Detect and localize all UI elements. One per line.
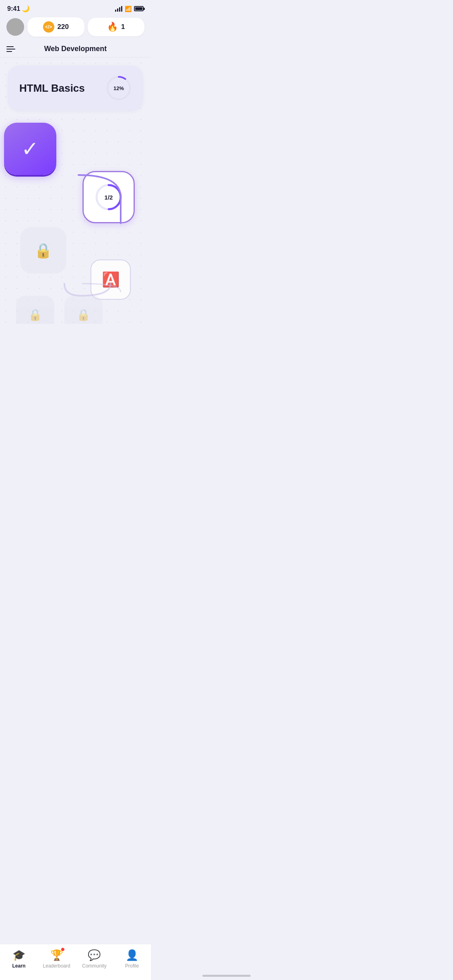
lesson-node-locked-2: 🔒 (16, 296, 54, 324)
module-progress-label: 12% (113, 85, 124, 91)
xp-value: 220 (58, 23, 69, 31)
course-title: Web Development (20, 45, 131, 53)
avatar[interactable] (6, 18, 24, 36)
battery-icon (134, 6, 144, 11)
lesson-node-completed[interactable]: ✓ (28, 123, 56, 175)
lock-icon-3: 🔒 (76, 308, 91, 321)
menu-button[interactable] (6, 46, 15, 52)
module-progress-circle: 12% (106, 75, 132, 101)
checkmark-icon: ✓ (21, 137, 39, 161)
lesson-node-locked-3: 🔒 (64, 296, 103, 324)
lock-icon-1: 🔒 (34, 242, 52, 259)
module-card[interactable]: HTML Basics 12% (8, 66, 143, 111)
module-title: HTML Basics (19, 82, 85, 95)
xp-pill: </> 220 (27, 17, 84, 37)
header-stats: </> 220 🔥 1 (0, 15, 151, 41)
wifi-icon: 📶 (125, 6, 132, 12)
status-time: 9:41 🌙 (7, 5, 30, 12)
lesson-node-locked-1: 🔒 (36, 231, 66, 274)
streak-pill: 🔥 1 (88, 18, 145, 36)
fire-icon: 🔥 (107, 22, 118, 32)
main-content: HTML Basics 12% ✓ (0, 58, 151, 324)
xp-icon: </> (43, 21, 54, 33)
status-bar: 9:41 🌙 📶 (0, 0, 151, 15)
status-icons: 📶 (115, 6, 144, 12)
streak-value: 1 (121, 23, 125, 31)
course-header: Web Development (0, 41, 151, 58)
lesson-node-vocab: 🅰️ (66, 268, 131, 300)
vocab-icon: 🅰️ (102, 271, 120, 288)
lesson-path: ✓ 1/2 🔒 🅰️ (8, 123, 143, 324)
signal-icon (115, 6, 122, 12)
lock-icon-2: 🔒 (28, 308, 42, 321)
lesson-progress-label: 1/2 (105, 194, 113, 201)
lesson-progress-circle: 1/2 (95, 183, 123, 211)
lesson-node-inprogress[interactable]: 1/2 (58, 171, 135, 223)
